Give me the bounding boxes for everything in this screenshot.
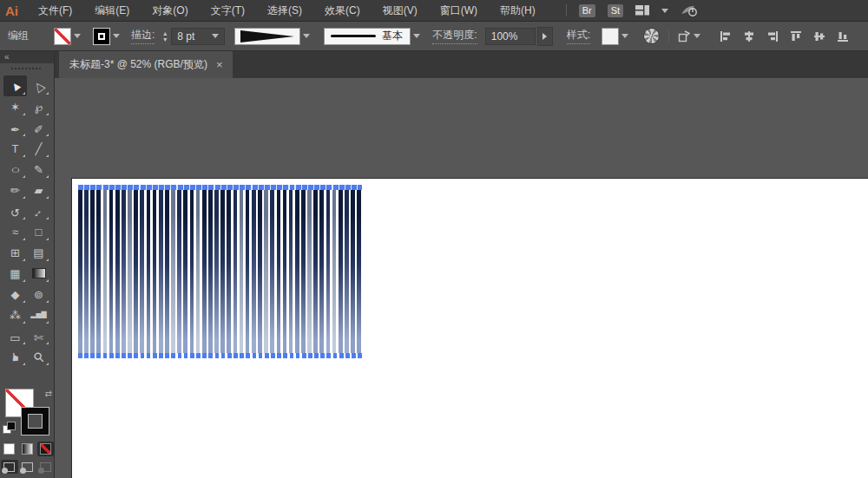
artwork-striped-rectangle[interactable] [78,185,362,358]
hand-tool[interactable]: ☛ [3,346,27,367]
collapse-icon[interactable]: « [4,52,10,62]
transform-options-button[interactable] [678,30,700,43]
stripe [246,190,250,353]
chevron-down-icon[interactable] [413,34,420,38]
slice-tool[interactable]: ✄ [27,329,50,346]
panel-collapse-button[interactable]: « [0,51,54,63]
stripe [196,190,201,353]
menu-item[interactable]: 文字(T) [200,3,256,18]
ellipse-icon: ○ [10,164,20,175]
bridge-button[interactable]: Br [579,4,595,17]
stroke-color-control[interactable] [93,28,120,45]
eyedropper-icon: ◆ [11,289,20,300]
gradient-tool[interactable] [27,263,50,284]
opacity-field[interactable]: 100% [485,28,536,45]
lasso-tool[interactable]: ℘ [27,96,50,117]
gpu-performance-icon[interactable] [681,4,700,17]
stroke-weight-label[interactable]: 描边: [131,28,155,44]
ellipse-tool[interactable]: ○ [3,159,27,180]
mesh-tool[interactable]: ▦ [3,263,27,284]
column-graph-tool[interactable]: ▂▅▇ [27,304,50,325]
menu-item[interactable]: 视图(V) [372,3,429,18]
gradient-button[interactable] [19,442,36,456]
opacity-panel-button[interactable] [537,27,553,46]
menu-item[interactable]: 对象(O) [141,3,199,18]
align-vertical-center-button[interactable] [813,30,825,43]
chevron-down-icon[interactable] [113,34,120,38]
selection-tool[interactable]: ▲ [3,75,27,96]
paintbrush-tool[interactable]: ✎ [27,159,50,180]
stroke-weight-field[interactable]: 8 pt [171,28,225,45]
align-vertical-bottom-button[interactable] [837,30,849,43]
swap-fill-stroke-icon[interactable]: ⇄ [45,389,52,398]
scale-tool[interactable]: ↕ [27,204,50,221]
menu-item[interactable]: 帮助(H) [489,3,547,18]
chevron-down-icon[interactable] [212,34,219,38]
brush-preview[interactable]: 基本 [324,28,411,45]
stripe [313,190,318,353]
eyedropper-tool[interactable]: ◆ [3,284,27,304]
eraser-tool[interactable]: ▰ [27,180,50,200]
shaper-tool[interactable]: ✏ [3,180,27,200]
stroke-swatch-icon[interactable] [93,28,110,45]
stroke-indicator[interactable] [21,407,49,435]
draw-inside-button[interactable] [37,460,55,474]
direct-selection-tool[interactable]: △ [27,75,50,96]
fill-color-control[interactable] [54,28,81,45]
chevron-down-icon[interactable] [694,34,700,38]
align-horizontal-left-button[interactable] [720,30,732,43]
zoom-tool[interactable]: ⚲ [27,346,50,367]
style-swatch-icon[interactable] [602,28,619,45]
menu-item[interactable]: 窗口(W) [429,3,489,18]
eraser-icon: ▰ [35,185,43,196]
style-swatch-control[interactable] [602,28,628,45]
menu-item[interactable]: 编辑(E) [83,3,141,18]
stripe [190,190,194,353]
style-label[interactable]: 样式: [567,28,590,44]
stroke-weight-stepper[interactable]: ▴ ▾ [163,30,167,43]
draw-normal-button[interactable] [1,460,18,474]
chevron-down-icon[interactable] [621,34,628,38]
line-tool[interactable]: ╱ [27,138,50,159]
type-tool[interactable]: T [3,138,27,159]
opacity-label[interactable]: 不透明度: [432,28,477,44]
width-profile-preview[interactable] [234,28,300,45]
stripe [339,190,343,353]
chevron-down-icon[interactable] [303,34,310,38]
color-button[interactable] [1,442,17,456]
width-tool[interactable]: ≈ [3,221,27,242]
stripe [264,190,268,353]
symbol-sprayer-tool[interactable]: ⁂ [3,304,27,325]
menu-item[interactable]: 选择(S) [256,3,313,18]
chevron-down-icon[interactable] [74,34,81,38]
brush-definition-dropdown[interactable]: 基本 [324,28,420,45]
magic-wand-tool[interactable]: ✶ [3,96,27,117]
menu-item[interactable]: 效果(C) [313,3,372,18]
document-tab[interactable]: 未标题-3* @ 52% (RGB/预览) × [59,51,233,78]
fill-none-swatch-icon[interactable] [54,28,71,45]
pen-tool[interactable]: ✒ [3,121,27,138]
panel-grip[interactable] [11,68,43,69]
rotate-tool[interactable]: ↺ [3,204,27,221]
stock-button[interactable]: St [608,4,623,17]
none-button[interactable] [37,442,54,456]
align-vertical-top-button[interactable] [790,30,802,43]
recolor-artwork-icon[interactable] [643,28,660,44]
free-transform-tool[interactable]: □ [27,221,50,242]
chevron-down-icon[interactable] [661,9,668,13]
workspace-switcher-icon[interactable] [635,5,649,16]
align-horizontal-center-button[interactable] [743,30,755,43]
draw-behind-button[interactable] [19,460,36,474]
perspective-grid-tool[interactable]: ▤ [27,242,50,263]
step-down-icon[interactable]: ▾ [163,36,167,43]
curvature-tool[interactable]: ✐ [27,121,50,138]
canvas-pasteboard[interactable] [55,78,868,478]
default-fill-stroke-icon[interactable] [3,422,15,434]
align-horizontal-right-button[interactable] [766,30,779,43]
tab-close-icon[interactable]: × [216,58,223,71]
menu-item[interactable]: 文件(F) [27,3,83,18]
blend-tool[interactable]: ⊚ [27,284,50,304]
artboard-tool[interactable]: ▭ [3,329,27,346]
width-profile-dropdown[interactable] [234,28,310,45]
shape-builder-tool[interactable]: ⊞ [3,242,27,263]
